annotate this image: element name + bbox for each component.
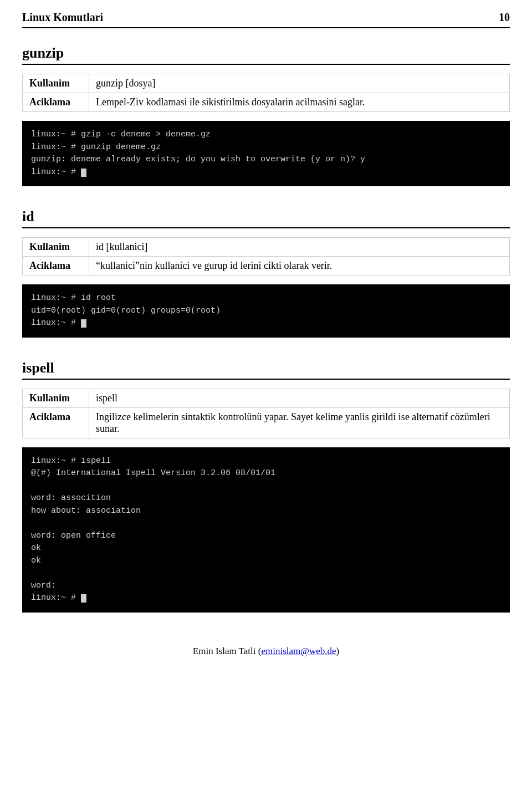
page-number: 10 — [499, 11, 510, 24]
id-terminal: linux:~ # id root uid=0(root) gid=0(root… — [22, 284, 510, 338]
kullanim-value: gunzip [dosya] — [89, 74, 510, 93]
cursor-icon — [81, 594, 86, 603]
section-heading-id: id — [22, 208, 510, 228]
table-row: Kullanim gunzip [dosya] — [23, 74, 510, 93]
table-row: Aciklama Lempel-Ziv kodlamasi ile sikist… — [23, 93, 510, 112]
table-row: Kullanim ispell — [23, 389, 510, 407]
gunzip-terminal: linux:~ # gzip -c deneme > deneme.gz lin… — [22, 121, 510, 186]
id-info-table: Kullanim id [kullanici] Aciklama “kullan… — [22, 237, 510, 275]
ispell-info-table: Kullanim ispell Aciklama Ingilizce kelim… — [22, 389, 510, 438]
table-row: Aciklama “kullanici”nin kullanici ve gur… — [23, 257, 510, 275]
aciklama-value: Ingilizce kelimelerin sintaktik kontrolü… — [89, 407, 510, 438]
page-title: Linux Komutlari — [22, 11, 103, 24]
section-gunzip: gunzip Kullanim gunzip [dosya] Aciklama … — [22, 45, 510, 186]
kullanim-value: ispell — [89, 389, 510, 407]
aciklama-value: “kullanici”nin kullanici ve gurup id ler… — [89, 257, 510, 275]
section-heading-gunzip: gunzip — [22, 45, 510, 65]
footer-email-link[interactable]: eminislam@web.de — [261, 646, 336, 656]
page-footer: Emin Islam Tatli (eminislam@web.de) — [22, 646, 510, 657]
kullanim-label: Kullanim — [23, 389, 89, 407]
table-row: Kullanim id [kullanici] — [23, 238, 510, 257]
cursor-icon — [81, 169, 86, 177]
table-row: Aciklama Ingilizce kelimelerin sintaktik… — [23, 407, 510, 438]
kullanim-label: Kullanim — [23, 74, 89, 93]
aciklama-value: Lempel-Ziv kodlamasi ile sikistirilmis d… — [89, 93, 510, 112]
aciklama-label: Aciklama — [23, 93, 89, 112]
aciklama-label: Aciklama — [23, 407, 89, 438]
gunzip-info-table: Kullanim gunzip [dosya] Aciklama Lempel-… — [22, 74, 510, 112]
footer-text: Emin Islam Tatli (eminislam@web.de) — [193, 646, 339, 656]
page-wrapper: Linux Komutlari 10 gunzip Kullanim gunzi… — [0, 0, 532, 796]
section-heading-ispell: ispell — [22, 360, 510, 380]
kullanim-value: id [kullanici] — [89, 238, 510, 257]
aciklama-label: Aciklama — [23, 257, 89, 275]
section-ispell: ispell Kullanim ispell Aciklama Ingilizc… — [22, 360, 510, 613]
cursor-icon — [81, 319, 86, 328]
page-header: Linux Komutlari 10 — [22, 11, 510, 28]
kullanim-label: Kullanim — [23, 238, 89, 257]
section-id: id Kullanim id [kullanici] Aciklama “kul… — [22, 208, 510, 338]
ispell-terminal: linux:~ # ispell @(#) International Ispe… — [22, 447, 510, 613]
